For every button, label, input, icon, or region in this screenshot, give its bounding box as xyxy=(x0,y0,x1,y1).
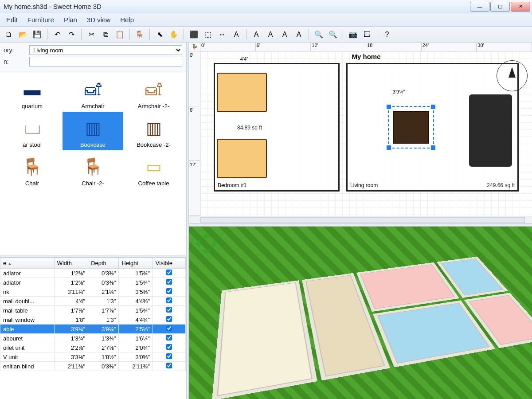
toolbar-separator xyxy=(129,29,130,40)
table-row[interactable]: adiator1'2⅝"0'3⅜"1'5¾" xyxy=(0,269,186,278)
photo-icon[interactable]: 📷 xyxy=(347,28,359,41)
help-icon[interactable]: ? xyxy=(381,28,393,41)
open-icon[interactable]: 📂 xyxy=(17,28,29,41)
new-icon[interactable]: 🗋 xyxy=(3,28,15,41)
table-cell: 1'2⅝" xyxy=(54,269,88,278)
furniture-catalog[interactable]: ▬quarium🛋Armchair🛋Armchair -2-⌴ar stool▥… xyxy=(0,71,186,255)
column-header[interactable]: Visible xyxy=(153,258,185,269)
visible-checkbox[interactable] xyxy=(166,297,172,303)
paste-icon[interactable]: 📋 xyxy=(113,28,126,41)
visible-checkbox[interactable] xyxy=(166,288,172,294)
maximize-button[interactable]: ▢ xyxy=(490,2,510,12)
toolbar-separator xyxy=(149,29,150,40)
table-cell: 1'3" xyxy=(88,315,119,325)
table-cell: 1'5¾" xyxy=(119,278,153,287)
blueprint-d-icon[interactable]: A xyxy=(293,28,305,41)
plan-canvas[interactable]: My home Bedroom #184.89 sq ftLiving room… xyxy=(200,51,532,216)
nav-orbit-control[interactable] xyxy=(192,229,221,258)
visible-checkbox[interactable] xyxy=(166,353,172,359)
video-icon[interactable]: 🎞 xyxy=(361,28,373,41)
create-room-icon[interactable]: ⬚ xyxy=(202,28,214,41)
create-text-icon[interactable]: A xyxy=(230,28,243,41)
ruler-tick: 0' xyxy=(200,43,256,51)
plan-selection[interactable] xyxy=(388,106,434,149)
visible-checkbox[interactable] xyxy=(166,316,172,322)
copy-icon[interactable]: ⧉ xyxy=(99,28,112,41)
compass-icon[interactable] xyxy=(497,60,528,91)
visible-checkbox[interactable] xyxy=(166,344,172,350)
table-row[interactable]: enitian blind2'11⅜"0'3⅜"2'11⅜" xyxy=(0,362,186,371)
menu-3d-view[interactable]: 3D view xyxy=(82,15,115,25)
create-walls-icon[interactable]: ⬛ xyxy=(188,28,200,41)
nav-right-icon[interactable] xyxy=(212,239,221,248)
catalog-item[interactable]: ▥Bookcase -2- xyxy=(123,112,184,150)
view-3d[interactable] xyxy=(189,227,532,399)
catalog-item-label: Armchair -2- xyxy=(138,103,170,110)
menu-plan[interactable]: Plan xyxy=(59,15,82,25)
create-dimension-icon[interactable]: ↔ xyxy=(216,28,228,41)
menu-furniture[interactable]: Furniture xyxy=(23,15,59,25)
undo-icon[interactable]: ↶ xyxy=(51,28,63,41)
furniture-list[interactable]: eWidthDepthHeightVisible adiator1'2⅝"0'3… xyxy=(0,258,186,399)
catalog-item[interactable]: 🛋Armchair -2- xyxy=(123,73,184,112)
blueprint-c-icon[interactable]: A xyxy=(278,28,291,41)
redo-icon[interactable]: ↷ xyxy=(65,28,78,41)
zoom-out-icon[interactable]: 🔍 xyxy=(327,28,339,41)
visible-checkbox[interactable] xyxy=(166,363,172,368)
catalog-item-label: Bookcase -2- xyxy=(137,141,171,148)
menu-help[interactable]: Help xyxy=(116,15,138,25)
menu-edit[interactable]: Edit xyxy=(2,15,22,25)
table-row[interactable]: abouret1'3¾"1'3¾"1'6¼" xyxy=(0,334,186,343)
catalog-item[interactable]: ▬quarium xyxy=(2,73,63,112)
minimize-button[interactable]: — xyxy=(470,2,489,12)
table-cell: 1'5¾" xyxy=(119,269,153,278)
table-row[interactable]: able3'9¼"3'9¼"2'5⅛" xyxy=(0,325,186,334)
visible-checkbox[interactable] xyxy=(166,335,172,340)
plan-scrollbar-horizontal[interactable] xyxy=(189,216,532,223)
blueprint-a-icon[interactable]: A xyxy=(250,28,262,41)
catalog-item[interactable]: 🛋Armchair xyxy=(63,73,123,112)
visible-checkbox[interactable] xyxy=(166,325,172,331)
menu-bar: EditFurniturePlan3D viewHelp xyxy=(0,13,532,27)
pan-icon[interactable]: ✋ xyxy=(168,28,180,41)
toolbar-separator xyxy=(184,29,184,40)
catalog-item[interactable]: ▥Bookcase xyxy=(63,112,123,150)
table-cell: 4'4" xyxy=(54,297,88,306)
plan-bed[interactable] xyxy=(217,139,266,178)
category-select[interactable]: Living room xyxy=(29,45,182,55)
nav-down-icon[interactable] xyxy=(202,250,211,259)
visible-checkbox[interactable] xyxy=(166,279,172,285)
plan-sofa[interactable] xyxy=(469,94,512,167)
table-row[interactable]: nk3'11¼"2'1¼"3'5⅜" xyxy=(0,287,186,297)
plan-bed[interactable] xyxy=(217,73,266,112)
catalog-item[interactable]: 🪑Chair xyxy=(2,150,63,189)
column-header[interactable]: Depth xyxy=(88,258,119,269)
table-cell: 2'2⅞" xyxy=(54,343,88,352)
cut-icon[interactable]: ✂ xyxy=(85,28,98,41)
visible-checkbox[interactable] xyxy=(166,307,172,313)
table-row[interactable]: mall table1'7⅞"1'7⅞"1'5¾" xyxy=(0,306,186,315)
table-row[interactable]: oilet unit2'2⅞"2'7⅛"2'0¾" xyxy=(0,343,186,352)
visible-checkbox[interactable] xyxy=(166,270,172,275)
select-icon[interactable]: ⬉ xyxy=(153,28,166,41)
zoom-in-icon[interactable]: 🔍 xyxy=(313,28,325,41)
table-row[interactable]: V unit3'3⅜"1'8½"3'0⅝" xyxy=(0,352,186,362)
nav-left-icon[interactable] xyxy=(191,239,200,248)
column-header[interactable]: Width xyxy=(54,258,88,269)
table-row[interactable]: mall doubl...4'4"1'3"4'4⅜" xyxy=(0,297,186,306)
table-row[interactable]: mall window1'8"1'3"4'4¾" xyxy=(0,315,186,325)
catalog-item[interactable]: 🪑Chair -2- xyxy=(63,150,123,189)
catalog-item[interactable]: ⌴ar stool xyxy=(2,112,63,150)
close-button[interactable]: ✕ xyxy=(511,2,530,12)
blueprint-b-icon[interactable]: A xyxy=(264,28,277,41)
table-row[interactable]: adiator1'2⅝"0'3⅜"1'5¾" xyxy=(0,278,186,287)
table-cell xyxy=(153,315,185,325)
search-input[interactable] xyxy=(29,57,182,66)
catalog-item[interactable]: ▭Coffee table xyxy=(123,150,184,189)
nav-up-icon[interactable] xyxy=(202,229,211,238)
save-icon[interactable]: 💾 xyxy=(31,28,43,41)
column-header[interactable]: Height xyxy=(119,258,153,269)
plan-view[interactable]: 🦆 0'6'12'18'24'30' 0'6'12' My home Bedro… xyxy=(189,43,532,224)
column-header[interactable]: e xyxy=(0,258,55,269)
add-furniture-icon[interactable]: 🪑 xyxy=(133,28,146,41)
